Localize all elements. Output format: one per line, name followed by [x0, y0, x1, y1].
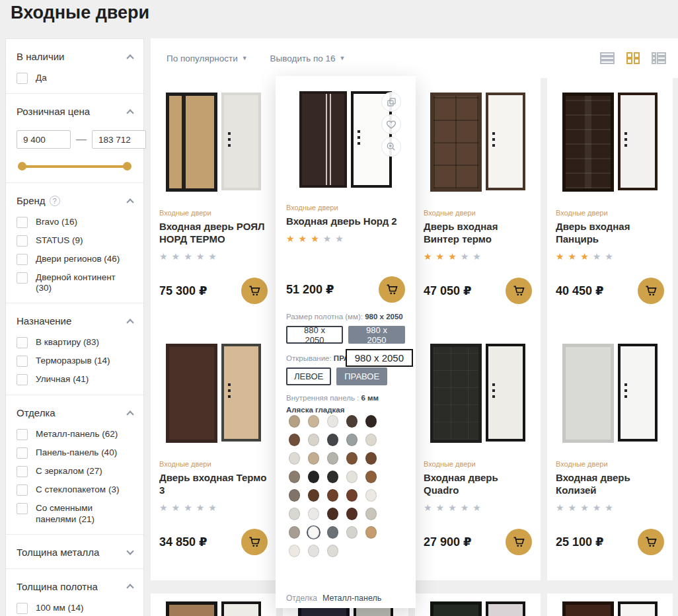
- filter-option[interactable]: Bravo (16): [17, 217, 133, 228]
- filter-option[interactable]: Терморазрыв (14): [17, 356, 133, 367]
- category-link[interactable]: Входные двери: [159, 209, 268, 217]
- product-image[interactable]: [424, 93, 532, 193]
- color-swatch[interactable]: [307, 414, 320, 428]
- color-swatch[interactable]: [287, 507, 301, 521]
- checkbox[interactable]: [17, 217, 28, 228]
- product-title[interactable]: Входная дверь РОЯЛ НОРД ТЕРМО: [159, 221, 268, 246]
- help-icon[interactable]: ?: [50, 196, 60, 206]
- add-to-cart-button[interactable]: [638, 278, 664, 304]
- quick-view-card[interactable]: Входные двери Входная дверь Норд 2 ★★★★★…: [276, 76, 416, 608]
- color-swatch[interactable]: [326, 433, 340, 447]
- product-card[interactable]: Входные двери Входная дверь Quadro ★★★★★…: [415, 329, 541, 580]
- product-card-partial[interactable]: [415, 594, 541, 616]
- filter-option[interactable]: STATUS (9): [17, 235, 133, 247]
- filter-option[interactable]: С стеклопакетом (3): [17, 484, 133, 496]
- slider-handle-max[interactable]: [123, 162, 132, 171]
- category-link[interactable]: Входные двери: [159, 460, 268, 468]
- color-swatch[interactable]: [364, 525, 378, 539]
- product-title[interactable]: Дверь входная Панцирь: [556, 221, 664, 246]
- price-max-input[interactable]: [92, 130, 146, 149]
- color-swatch[interactable]: [287, 451, 301, 465]
- filter-option[interactable]: В квартиру (83): [17, 337, 133, 348]
- filter-option[interactable]: Дверной континент (30): [17, 272, 133, 293]
- color-swatch[interactable]: [345, 451, 359, 465]
- product-title[interactable]: Входная дверь Колизей: [556, 472, 664, 497]
- product-image[interactable]: [159, 344, 268, 444]
- category-link[interactable]: Входные двери: [556, 460, 664, 468]
- color-swatch[interactable]: [326, 451, 340, 465]
- table-view-icon[interactable]: [652, 52, 666, 64]
- add-to-cart-button[interactable]: [379, 276, 405, 303]
- list-view-icon[interactable]: [600, 52, 615, 64]
- color-swatch[interactable]: [307, 507, 320, 521]
- color-swatch[interactable]: [364, 451, 378, 465]
- filter-header-finish[interactable]: Отделка: [17, 404, 133, 422]
- filter-option[interactable]: Со сменными панелями (21): [17, 503, 133, 524]
- color-swatch[interactable]: [307, 525, 320, 539]
- filter-header-price[interactable]: Розничная цена: [17, 103, 133, 121]
- product-title[interactable]: Дверь входная Термо 3: [159, 472, 268, 497]
- per-page-dropdown[interactable]: Выводить по 16▼: [270, 54, 346, 63]
- add-to-cart-button[interactable]: [241, 529, 268, 555]
- checkbox[interactable]: [17, 73, 28, 84]
- color-swatch[interactable]: [307, 470, 320, 484]
- color-swatch[interactable]: [326, 470, 340, 484]
- product-title[interactable]: Дверь входная Винтер термо: [424, 221, 532, 246]
- color-swatch[interactable]: [364, 470, 378, 484]
- color-swatch[interactable]: [326, 544, 340, 558]
- product-title[interactable]: Входная дверь Норд 2: [286, 215, 405, 228]
- color-swatch[interactable]: [307, 433, 320, 447]
- filter-option[interactable]: Панель-панель (40): [17, 447, 133, 459]
- color-swatch[interactable]: [326, 414, 340, 428]
- filter-header-leaf-thickness[interactable]: Толщина полотна: [17, 578, 133, 596]
- opening-option-button[interactable]: ПРАВОЕ: [336, 367, 387, 385]
- color-swatch[interactable]: [345, 525, 359, 539]
- filter-option[interactable]: Металл-панель (62): [17, 429, 133, 440]
- filter-option[interactable]: Уличная (41): [17, 374, 133, 385]
- color-swatch[interactable]: [287, 525, 301, 539]
- color-swatch[interactable]: [345, 507, 359, 521]
- color-swatch[interactable]: [307, 488, 320, 502]
- opening-option-button[interactable]: ЛЕВОЕ: [286, 367, 331, 385]
- color-swatch[interactable]: [364, 507, 378, 521]
- filter-header-brand[interactable]: Бренд ?: [17, 192, 133, 210]
- checkbox[interactable]: [17, 374, 28, 385]
- price-min-input[interactable]: [17, 130, 71, 149]
- product-card[interactable]: Входные двери Входная дверь РОЯЛ НОРД ТЕ…: [151, 78, 276, 329]
- product-image[interactable]: [424, 344, 532, 444]
- product-title[interactable]: Входная дверь Quadro: [424, 472, 532, 497]
- filter-header-metal-thickness[interactable]: Толщина металла: [17, 544, 133, 562]
- grid-view-icon[interactable]: [626, 52, 640, 64]
- sort-dropdown[interactable]: По популярности▼: [167, 54, 248, 63]
- filter-option[interactable]: 100 мм (14): [17, 603, 133, 614]
- color-swatch[interactable]: [345, 488, 359, 502]
- product-card-partial[interactable]: [151, 594, 276, 616]
- product-card[interactable]: Входные двери Дверь входная Винтер термо…: [415, 78, 541, 329]
- size-option-button[interactable]: 980 x 2050: [348, 326, 405, 344]
- color-swatch[interactable]: [364, 414, 378, 428]
- add-to-cart-button[interactable]: [506, 529, 532, 555]
- color-swatch[interactable]: [345, 470, 359, 484]
- add-to-cart-button[interactable]: [638, 529, 664, 555]
- product-card[interactable]: Входные двери Входная дверь Колизей ★★★★…: [547, 329, 673, 580]
- color-swatch[interactable]: [307, 451, 320, 465]
- color-swatch[interactable]: [287, 544, 301, 558]
- checkbox[interactable]: [17, 235, 28, 247]
- color-swatch[interactable]: [287, 414, 301, 428]
- wishlist-button[interactable]: [381, 114, 401, 134]
- checkbox[interactable]: [17, 503, 28, 514]
- product-image[interactable]: [556, 344, 664, 444]
- color-swatch[interactable]: [326, 488, 340, 502]
- filter-option[interactable]: Да: [17, 73, 133, 84]
- checkbox[interactable]: [17, 447, 28, 459]
- color-swatch[interactable]: [326, 525, 340, 539]
- color-swatch[interactable]: [364, 488, 378, 502]
- checkbox[interactable]: [17, 484, 28, 496]
- color-swatch[interactable]: [345, 414, 359, 428]
- checkbox[interactable]: [17, 603, 28, 614]
- category-link[interactable]: Входные двери: [556, 209, 664, 217]
- compare-button[interactable]: [381, 92, 401, 112]
- color-swatch[interactable]: [307, 544, 320, 558]
- slider-handle-min[interactable]: [18, 162, 26, 171]
- add-to-cart-button[interactable]: [241, 278, 268, 304]
